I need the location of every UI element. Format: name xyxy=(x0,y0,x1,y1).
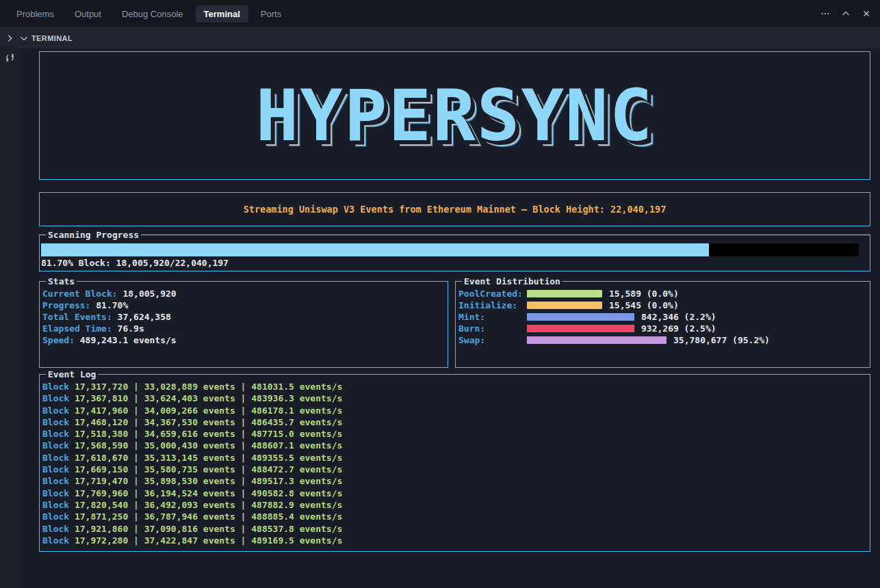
stats-box: Stats Current Block: 18,005,920 Progress… xyxy=(39,281,448,368)
tab-output[interactable]: Output xyxy=(66,5,109,23)
stat-progress: Progress: 81.70% xyxy=(42,299,448,311)
stat-current-block: Current Block: 18,005,920 xyxy=(42,288,448,299)
progress-label: 81.70% Block: 18,005,920/22,040,197 xyxy=(40,258,870,268)
log-row: Block 17,518,380 | 34,659,616 events | 4… xyxy=(42,428,870,440)
log-row: Block 17,618,670 | 35,313,145 events | 4… xyxy=(42,452,870,464)
log-row: Block 17,417,960 | 34,009,266 events | 4… xyxy=(42,405,870,416)
dist-row-burn: Burn: 932,269 (2.5%) xyxy=(458,323,870,334)
log-row: Block 17,568,590 | 35,000,430 events | 4… xyxy=(42,440,870,451)
tab-ports[interactable]: Ports xyxy=(253,5,289,23)
terminal-output-area[interactable]: HYPERSYNC Streaming Uniswap V3 Events fr… xyxy=(19,48,880,588)
terminal-section-title: TERMINAL xyxy=(31,34,73,42)
dist-row-poolcreated: PoolCreated: 15,589 (0.0%) xyxy=(458,288,870,299)
log-row: Block 17,719,470 | 35,898,530 events | 4… xyxy=(42,475,870,487)
stats-title: Stats xyxy=(46,276,77,287)
mint-bar xyxy=(527,313,634,321)
scanning-progress-title: Scanning Progress xyxy=(46,229,141,241)
log-row: Block 17,972,280 | 37,422,847 events | 4… xyxy=(42,535,870,546)
panel-actions xyxy=(820,8,872,19)
more-actions-icon[interactable] xyxy=(820,8,831,19)
poolcreated-bar xyxy=(527,290,602,297)
log-row: Block 17,820,540 | 36,492,093 events | 4… xyxy=(42,499,870,511)
close-panel-icon[interactable] xyxy=(861,8,872,19)
stat-elapsed-time: Elapsed Time: 76.9s xyxy=(42,323,448,334)
progress-bar-fill xyxy=(41,243,709,256)
dist-row-initialize: Initialize: 15,545 (0.0%) xyxy=(458,299,870,311)
event-log-title: Event Log xyxy=(46,369,98,380)
panel-tab-bar: Problems Output Debug Console Terminal P… xyxy=(0,0,880,27)
stream-status-text: Streaming Uniswap V3 Events from Ethereu… xyxy=(244,204,667,215)
log-row: Block 17,367,810 | 33,624,403 events | 4… xyxy=(42,392,870,404)
stat-total-events: Total Events: 37,624,358 xyxy=(42,311,448,323)
initialize-bar xyxy=(527,302,602,309)
tab-problems[interactable]: Problems xyxy=(8,5,62,23)
burn-bar xyxy=(527,325,634,332)
stat-speed: Speed: 489,243.1 events/s xyxy=(42,334,448,346)
event-log-box: Event Log Block 17,317,720 | 33,028,889 … xyxy=(39,374,870,552)
event-distribution-box: Event Distribution PoolCreated: 15,589 (… xyxy=(455,281,870,368)
tab-terminal[interactable]: Terminal xyxy=(196,5,248,23)
scanning-progress-box: Scanning Progress 81.70% Block: 18,005,9… xyxy=(39,235,870,271)
log-row: Block 17,921,860 | 37,090,816 events | 4… xyxy=(42,523,870,535)
sync-icon[interactable] xyxy=(4,52,16,66)
maximize-panel-icon[interactable] xyxy=(840,8,851,19)
log-row: Block 17,317,720 | 33,028,889 events | 4… xyxy=(42,381,870,392)
stream-status-box: Streaming Uniswap V3 Events from Ethereu… xyxy=(39,192,870,226)
tab-debug-console[interactable]: Debug Console xyxy=(114,5,192,23)
chevron-down-icon[interactable] xyxy=(19,34,29,43)
panel-tabs: Problems Output Debug Console Terminal P… xyxy=(8,5,289,23)
terminal-side-strip xyxy=(0,48,19,588)
log-row: Block 17,769,960 | 36,194,524 events | 4… xyxy=(42,487,870,499)
log-row: Block 17,669,150 | 35,580,735 events | 4… xyxy=(42,464,870,475)
chevron-right-icon[interactable] xyxy=(0,34,19,43)
log-row: Block 17,468,120 | 34,367,530 events | 4… xyxy=(42,416,870,428)
event-distribution-title: Event Distribution xyxy=(462,276,562,287)
dist-row-mint: Mint: 842,346 (2.2%) xyxy=(458,311,870,323)
hypersync-ascii-banner: HYPERSYNC xyxy=(256,80,654,151)
progress-bar-track xyxy=(41,243,859,256)
log-row: Block 17,871,250 | 36,787,946 events | 4… xyxy=(42,511,870,522)
terminal-panel-header: TERMINAL xyxy=(0,27,880,48)
swap-bar xyxy=(527,336,667,344)
dist-row-swap: Swap: 35,780,677 (95.2%) xyxy=(458,334,870,346)
banner-box: HYPERSYNC xyxy=(39,51,870,180)
